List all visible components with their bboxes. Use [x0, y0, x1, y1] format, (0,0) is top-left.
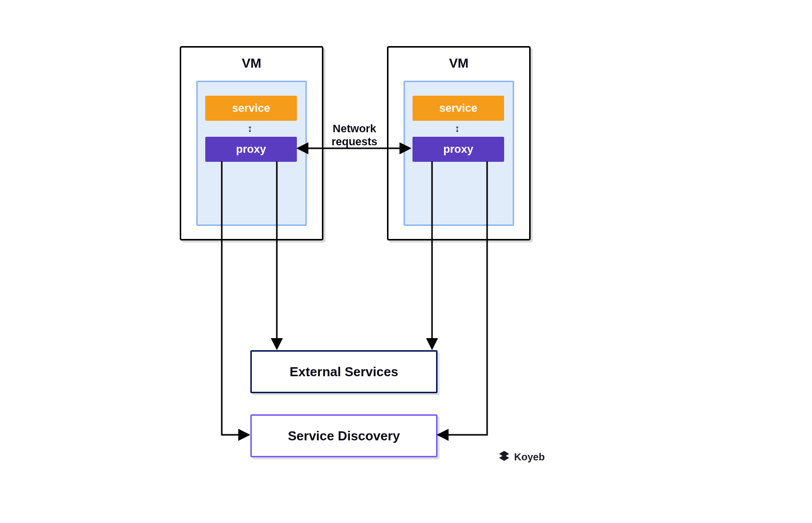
external-services-label: External Services — [290, 364, 398, 380]
brand-logo-icon — [498, 450, 510, 464]
brand-name: Koyeb — [514, 451, 545, 463]
vm-title-1: VM — [181, 56, 322, 71]
vm1-proxy-box: proxy — [205, 137, 297, 162]
vm1-service-label: service — [232, 102, 270, 115]
vm-box-1: VM service ↕ proxy — [180, 46, 323, 240]
vm-box-2: VM service ↕ proxy — [387, 46, 531, 240]
brand: Koyeb — [498, 450, 545, 464]
diagram-canvas: VM service ↕ proxy VM service ↕ proxy Ne… — [0, 0, 812, 523]
vm1-service-proxy-arrow-icon: ↕ — [247, 123, 252, 134]
vm1-proxy-label: proxy — [236, 143, 266, 156]
service-discovery-box: Service Discovery — [250, 414, 438, 457]
external-services-box: External Services — [250, 350, 438, 393]
vm-title-2: VM — [388, 56, 529, 71]
vm2-service-label: service — [440, 102, 478, 115]
vm2-service-proxy-arrow-icon: ↕ — [455, 123, 460, 134]
network-label-line2: requests — [324, 135, 384, 148]
network-requests-label: Network requests — [324, 122, 384, 149]
vm2-proxy-label: proxy — [444, 143, 474, 156]
service-discovery-label: Service Discovery — [288, 428, 400, 444]
vm2-service-box: service — [413, 96, 504, 121]
network-label-line1: Network — [324, 122, 384, 135]
vm1-service-box: service — [205, 96, 297, 121]
vm2-proxy-box: proxy — [413, 137, 504, 162]
